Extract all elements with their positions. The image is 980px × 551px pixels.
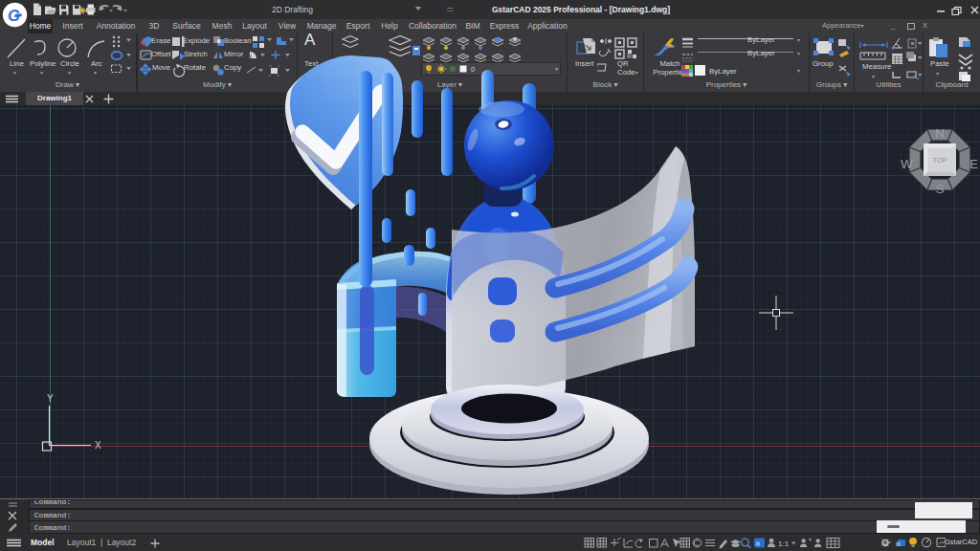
svg-text:TOP: TOP xyxy=(933,156,947,165)
svg-text:0: 0 xyxy=(471,65,475,74)
svg-text:E: E xyxy=(969,157,978,171)
svg-text:N: N xyxy=(935,126,945,141)
svg-text:1:1: 1:1 xyxy=(778,540,790,548)
svg-text:X: X xyxy=(95,440,101,451)
svg-text:Y: Y xyxy=(47,393,54,404)
svg-text:W: W xyxy=(901,157,913,171)
svg-text:S: S xyxy=(936,182,945,196)
